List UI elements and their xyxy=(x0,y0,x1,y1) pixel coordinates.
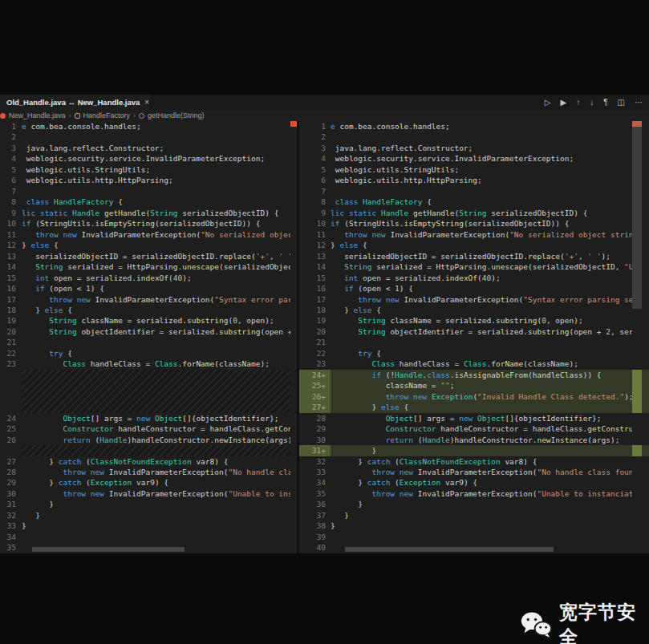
code-line[interactable]: 34 } catch (Exception var9) { xyxy=(299,477,649,488)
code-line[interactable]: 39 xyxy=(299,532,649,542)
line-number[interactable]: 29 xyxy=(299,423,331,434)
code-line[interactable]: 31+ } xyxy=(299,445,649,456)
line-number[interactable]: 33 xyxy=(0,520,22,531)
code-line[interactable]: 17 throw new InvalidParameterException("… xyxy=(0,294,297,305)
line-number[interactable] xyxy=(0,370,22,413)
code-line[interactable]: 30 throw new InvalidParameterException("… xyxy=(0,488,297,499)
previous-change-icon[interactable]: ↑ xyxy=(576,95,580,110)
line-number[interactable]: 34 xyxy=(0,532,22,542)
tab-diff-old-new-handle[interactable]: Old_Handle.java ↔ New_Handle.java × xyxy=(0,95,149,110)
code-line[interactable]: 26 return (Handle)handleConstructor.newI… xyxy=(0,435,297,445)
code-line[interactable]: 28 Object[] args = new Object[]{objectId… xyxy=(299,413,649,423)
line-number[interactable]: 3 xyxy=(299,143,331,153)
code-line[interactable]: 5 weblogic.utils.StringUtils; xyxy=(299,164,649,175)
code-line[interactable]: 23 Class handleClass = Class.forName(cla… xyxy=(0,358,297,369)
code-line[interactable]: 4 weblogic.security.service.InvalidParam… xyxy=(0,153,297,164)
line-number[interactable]: 23 xyxy=(299,358,331,369)
diff-filler-row[interactable] xyxy=(0,445,297,456)
breadcrumb-class[interactable]: HandleFactory xyxy=(83,111,131,119)
code-line[interactable]: 33} xyxy=(0,520,297,531)
line-number[interactable] xyxy=(0,445,22,456)
code-line[interactable]: 16 if (open < 1) { xyxy=(299,283,649,294)
horizontal-scrollbar-right[interactable] xyxy=(345,547,554,552)
line-number[interactable]: 3 xyxy=(0,143,22,153)
line-number[interactable]: 38 xyxy=(299,520,331,531)
code-line[interactable]: 8 class HandleFactory { xyxy=(299,196,649,207)
line-number[interactable]: 31+ xyxy=(299,445,331,456)
code-line[interactable]: 37 } xyxy=(299,510,649,520)
line-number[interactable]: 29 xyxy=(0,477,22,488)
line-number[interactable]: 4 xyxy=(299,153,331,164)
line-number[interactable]: 5 xyxy=(299,164,331,175)
code-line[interactable]: 1e com.bea.console.handles; xyxy=(299,121,649,132)
line-number[interactable]: 12 xyxy=(0,240,22,250)
line-number[interactable]: 11 xyxy=(0,229,22,240)
line-number[interactable]: 16 xyxy=(299,283,331,294)
line-number[interactable]: 8 xyxy=(299,196,331,207)
code-line[interactable]: 10if (StringUtils.isEmptyString(serializ… xyxy=(299,218,649,229)
code-line[interactable]: 29 } catch (Exception var9) { xyxy=(0,477,297,488)
line-number[interactable]: 2 xyxy=(0,132,22,142)
code-line[interactable]: 6 weblogic.utils.http.HttpParsing; xyxy=(0,175,297,185)
line-number[interactable]: 20 xyxy=(299,326,331,337)
line-number[interactable]: 30 xyxy=(0,488,22,499)
code-line[interactable]: 2 xyxy=(299,132,649,142)
line-number[interactable]: 26+ xyxy=(299,391,331,402)
code-line[interactable]: 25+ className = ""; xyxy=(299,380,649,391)
line-number[interactable]: 9 xyxy=(299,208,331,218)
line-number[interactable]: 14 xyxy=(0,261,22,272)
code-line[interactable]: 13 serializedObjectID = serializedObject… xyxy=(0,251,297,261)
line-number[interactable]: 12 xyxy=(299,240,331,250)
code-line[interactable]: 38} xyxy=(299,520,649,531)
line-number[interactable]: 22 xyxy=(0,348,22,358)
line-number[interactable]: 19 xyxy=(0,315,22,326)
line-number[interactable]: 39 xyxy=(299,532,331,542)
code-line[interactable]: 2 xyxy=(0,132,297,142)
code-line[interactable]: 3 java.lang.reflect.Constructor; xyxy=(0,143,297,153)
code-line[interactable]: 26+ throw new Exception("Invalid Handle … xyxy=(299,391,649,402)
code-line[interactable]: 20 String objectIdentifier = serialized.… xyxy=(299,326,649,337)
code-line[interactable]: 21 xyxy=(299,337,649,347)
run-icon[interactable]: ▷ xyxy=(545,95,551,110)
line-number[interactable]: 13 xyxy=(0,251,22,261)
code-line[interactable]: 1e com.bea.console.handles; xyxy=(0,121,297,132)
line-number[interactable]: 17 xyxy=(0,294,22,305)
code-line[interactable]: 30 return (Handle)handleConstructor.newI… xyxy=(299,435,649,445)
line-number[interactable]: 32 xyxy=(0,510,22,520)
line-number[interactable]: 35 xyxy=(299,488,331,499)
code-line[interactable]: 8 class HandleFactory { xyxy=(0,196,297,207)
code-line[interactable]: 35 throw new InvalidParameterException("… xyxy=(299,488,649,499)
line-number[interactable]: 10 xyxy=(0,218,22,229)
code-line[interactable]: 25 Constructor handleConstructor = handl… xyxy=(0,423,297,434)
line-number[interactable]: 1 xyxy=(299,121,331,132)
line-number[interactable]: 16 xyxy=(0,283,22,294)
code-line[interactable]: 17 throw new InvalidParameterException("… xyxy=(299,294,649,305)
line-number[interactable]: 40 xyxy=(299,542,331,553)
code-line[interactable]: 12} else { xyxy=(0,240,297,250)
line-number[interactable]: 28 xyxy=(299,413,331,423)
line-number[interactable]: 10 xyxy=(299,218,331,229)
code-line[interactable]: 5 weblogic.utils.StringUtils; xyxy=(0,164,297,175)
code-line[interactable]: 12} else { xyxy=(299,240,649,250)
line-number[interactable]: 18 xyxy=(0,305,22,315)
code-line[interactable]: 14 String serialized = HttpParsing.unesc… xyxy=(0,261,297,272)
line-number[interactable]: 4 xyxy=(0,153,22,164)
close-icon[interactable]: × xyxy=(144,98,149,107)
line-number[interactable]: 8 xyxy=(0,196,22,207)
line-number[interactable]: 35 xyxy=(0,542,22,553)
line-number[interactable]: 31 xyxy=(0,499,22,509)
line-number[interactable]: 20 xyxy=(0,326,22,337)
code-line[interactable]: 14 String serialized = HttpParsing.unesc… xyxy=(299,261,649,272)
code-line[interactable]: 18 } else { xyxy=(0,305,297,315)
code-line[interactable]: 22 try { xyxy=(299,348,649,358)
line-number[interactable]: 24+ xyxy=(299,370,331,380)
line-number[interactable]: 21 xyxy=(0,337,22,347)
code-line[interactable]: 22 try { xyxy=(0,348,297,358)
line-number[interactable]: 27 xyxy=(0,456,22,467)
code-line[interactable]: 23 Class handleClass = Class.forName(cla… xyxy=(299,358,649,369)
code-line[interactable]: 11 throw new InvalidParameterException("… xyxy=(0,229,297,240)
code-line[interactable]: 9lic static Handle getHandle(String seri… xyxy=(0,208,297,218)
run-or-debug-icon[interactable]: ▶ xyxy=(560,95,566,110)
original-editor-pane[interactable]: 1e com.bea.console.handles;23 java.lang.… xyxy=(0,121,297,553)
line-number[interactable]: 36 xyxy=(299,499,331,509)
